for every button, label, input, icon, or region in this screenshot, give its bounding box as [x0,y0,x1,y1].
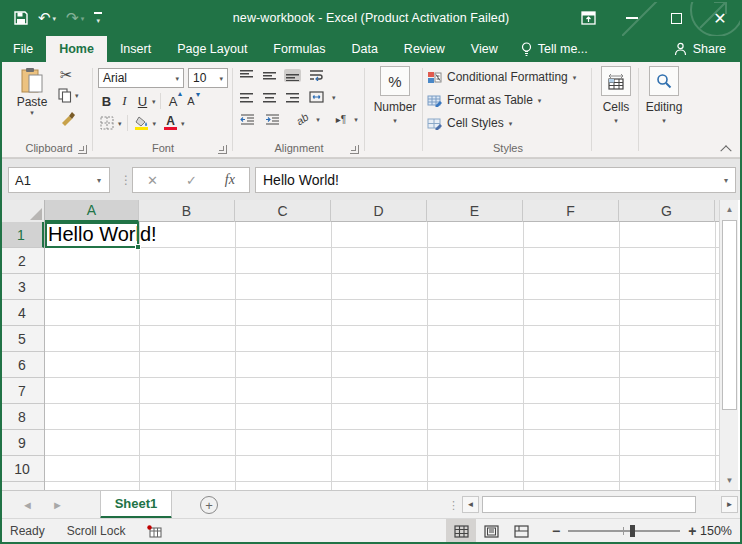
expand-formula-bar-caret[interactable]: ▾ [717,176,735,185]
top-align-button[interactable] [238,69,255,82]
scroll-up-button[interactable]: ▲ [721,201,738,218]
orientation-button[interactable]: ab [294,112,310,126]
align-left-button[interactable] [238,91,255,104]
zoom-slider-handle[interactable] [630,525,635,537]
collapse-ribbon-button[interactable] [722,144,732,151]
page-layout-view-button[interactable] [476,519,506,543]
column-header-d[interactable]: D [331,200,427,222]
decrease-font-size-button[interactable]: A▼ [183,95,200,107]
align-center-button[interactable] [261,91,278,104]
zoom-level[interactable]: 150% [700,519,732,543]
macro-record-button[interactable] [147,525,162,538]
column-header-c[interactable]: C [235,200,331,222]
column-header-g[interactable]: G [619,200,715,222]
tab-data[interactable]: Data [338,36,390,62]
fill-handle[interactable] [135,244,141,250]
tab-view[interactable]: View [458,36,511,62]
column-header-a[interactable]: A [45,200,139,222]
font-dialog-launcher[interactable] [218,145,227,154]
vertical-scroll-thumb[interactable] [722,220,737,410]
underline-dropdown-caret[interactable]: ▾ [152,98,156,105]
underline-button[interactable]: U [134,94,151,109]
number-format-button[interactable]: % Number ▾ [370,66,420,124]
name-box[interactable]: A1 ▾ [8,167,110,193]
font-size-combobox[interactable]: 10 ▾ [188,68,228,88]
borders-button[interactable] [98,115,116,131]
formula-bar[interactable]: Hello World! ▾ [255,167,736,193]
bold-button[interactable]: B [98,94,115,109]
page-break-preview-button[interactable] [506,519,536,543]
italic-button[interactable]: I [116,93,133,109]
row-header-9[interactable]: 9 [0,430,44,456]
zoom-slider[interactable] [568,530,680,532]
row-header-4[interactable]: 4 [0,300,44,326]
font-name-combobox[interactable]: Arial ▾ [98,68,184,88]
vertical-scrollbar[interactable]: ▲ ▼ [719,200,738,490]
tab-home[interactable]: Home [46,36,107,62]
tab-scrollbar-grip[interactable]: ⋮ [448,491,459,519]
row-header-10[interactable]: 10 [0,456,44,482]
next-sheet-button[interactable]: ► [52,491,63,519]
row-header-1[interactable]: 1 [0,222,44,248]
cells-button[interactable]: Cells ▾ [596,66,636,124]
row-header-3[interactable]: 3 [0,274,44,300]
alignment-dialog-launcher[interactable] [350,145,359,154]
new-sheet-button[interactable]: + [200,496,218,514]
row-header-8[interactable]: 8 [0,404,44,430]
cell-styles-button[interactable]: Cell Styles ▾ [427,113,512,133]
scroll-right-button[interactable]: ► [721,496,738,513]
formula-bar-grip[interactable]: ⋮ [120,169,132,191]
minimize-button[interactable] [610,0,654,36]
format-painter-button[interactable] [60,110,76,126]
zoom-out-button[interactable]: − [552,523,560,539]
enter-entry-button[interactable]: ✓ [186,173,197,188]
row-header-6[interactable]: 6 [0,352,44,378]
name-box-dropdown-caret[interactable]: ▾ [89,168,109,192]
share-button[interactable]: Share [666,36,734,62]
tab-file[interactable]: File [0,36,46,62]
scroll-down-button[interactable]: ▼ [721,472,738,489]
active-cell-selection[interactable] [45,222,139,248]
paste-button[interactable]: Paste ▾ [12,67,52,116]
horizontal-scroll-thumb[interactable] [482,496,696,513]
previous-sheet-button[interactable]: ◄ [22,491,33,519]
conditional-formatting-button[interactable]: Conditional Formatting ▾ [427,67,576,87]
editing-button[interactable]: Editing ▾ [641,66,687,124]
tab-page-layout[interactable]: Page Layout [164,36,260,62]
middle-align-button[interactable] [261,69,278,82]
align-right-button[interactable] [284,91,301,104]
column-header-e[interactable]: E [427,200,523,222]
text-direction-button[interactable]: ▸¶ [334,113,348,126]
tab-insert[interactable]: Insert [107,36,164,62]
cancel-entry-button[interactable]: ✕ [147,173,158,188]
select-all-button[interactable] [0,200,45,222]
horizontal-scrollbar[interactable]: ◄ ► [462,495,738,514]
fill-color-button[interactable] [133,115,151,131]
clipboard-dialog-launcher[interactable] [78,145,87,154]
sheet-tab-sheet1[interactable]: Sheet1 [100,491,172,519]
increase-font-size-button[interactable]: A▲ [165,94,182,109]
normal-view-button[interactable] [446,519,476,543]
tell-me-box[interactable]: Tell me... [511,36,598,62]
row-header-2[interactable]: 2 [0,248,44,274]
wrap-text-button[interactable] [307,68,326,82]
increase-indent-button[interactable] [263,113,282,126]
column-header-b[interactable]: B [139,200,235,222]
maximize-button[interactable] [654,0,698,36]
decrease-indent-button[interactable] [238,113,257,126]
zoom-in-button[interactable]: + [688,523,696,539]
copy-button[interactable]: ▾ [58,88,79,103]
ribbon-display-options-button[interactable] [566,0,610,36]
row-header-7[interactable]: 7 [0,378,44,404]
cell-grid[interactable]: Hello World! [45,222,719,490]
column-header-f[interactable]: F [523,200,619,222]
insert-function-button[interactable]: fx [225,172,235,188]
format-as-table-button[interactable]: Format as Table ▾ [427,90,541,110]
scroll-left-button[interactable]: ◄ [462,496,479,513]
merge-center-button[interactable] [307,90,326,104]
font-color-button[interactable]: A [162,115,179,131]
tab-review[interactable]: Review [391,36,458,62]
row-header-5[interactable]: 5 [0,326,44,352]
close-button[interactable]: ✕ [698,0,742,36]
tab-formulas[interactable]: Formulas [260,36,338,62]
